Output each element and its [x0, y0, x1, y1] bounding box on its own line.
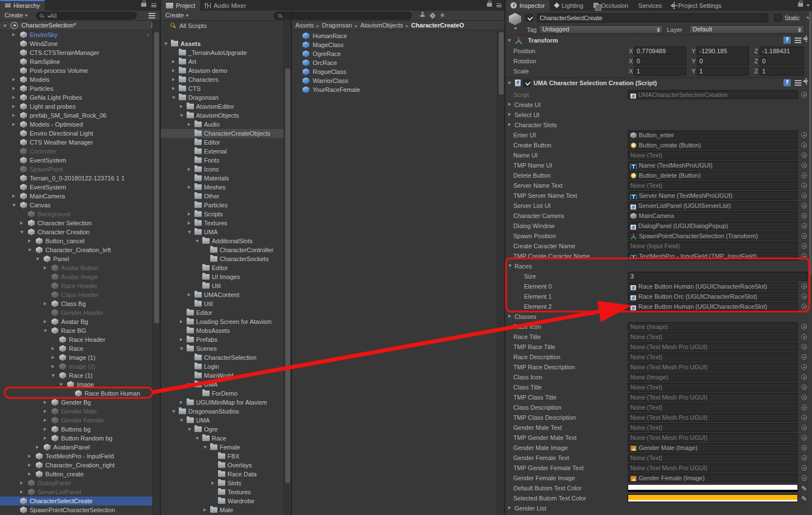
object-picker-icon[interactable]	[801, 152, 807, 158]
component-foldout-arrow[interactable]	[508, 82, 511, 85]
hierarchy-item[interactable]: Race (1)	[0, 371, 152, 380]
hierarchy-item[interactable]: Image (1)	[0, 353, 152, 362]
hierarchy-item[interactable]: Terrain_0_0-20180122-123716 1 1	[0, 174, 152, 183]
tab-inspector[interactable]: iInspector	[505, 0, 550, 11]
help-icon[interactable]: ?	[783, 36, 791, 44]
expand-arrow[interactable]	[188, 168, 191, 171]
expand-arrow[interactable]	[12, 204, 16, 207]
gameobject-icon[interactable]	[509, 13, 521, 25]
transform-value-field[interactable]: 0.7709489	[634, 47, 686, 55]
hierarchy-item[interactable]: Enviro Directional Light	[0, 129, 152, 138]
project-folder-item[interactable]: UMA	[161, 228, 284, 236]
project-folder-item[interactable]: Scenes	[161, 344, 284, 353]
expand-arrow[interactable]	[12, 194, 15, 198]
expand-arrow[interactable]	[36, 446, 39, 449]
project-folder-item[interactable]: Other	[161, 192, 284, 201]
expand-arrow[interactable]	[188, 185, 191, 189]
expand-arrow[interactable]	[188, 293, 191, 296]
object-picker-icon[interactable]	[801, 334, 807, 340]
object-picker-icon[interactable]	[801, 203, 807, 208]
expand-arrow[interactable]	[172, 87, 175, 90]
project-folder-item[interactable]: CTS	[161, 84, 284, 93]
hierarchy-item[interactable]: Panel	[0, 254, 152, 263]
transform-value-field[interactable]: 1	[697, 67, 749, 76]
project-folder-item[interactable]: Editor	[161, 263, 284, 272]
hierarchy-item[interactable]: Button_cancel	[0, 236, 152, 245]
foldout-arrow[interactable]	[508, 265, 512, 267]
expand-arrow[interactable]	[172, 69, 175, 72]
static-checkbox[interactable]	[774, 14, 782, 21]
file-list-scrollbar[interactable]	[497, 31, 504, 515]
hierarchy-item[interactable]: Image (2)	[0, 362, 152, 371]
project-folder-item[interactable]: AtavismObjects	[161, 111, 284, 120]
hierarchy-item[interactable]: Race BG	[0, 326, 152, 335]
hierarchy-item[interactable]: Character Selection	[0, 219, 152, 228]
object-picker-icon[interactable]	[801, 405, 807, 410]
object-picker-icon[interactable]	[801, 233, 807, 239]
expand-arrow[interactable]	[203, 446, 207, 449]
hierarchy-item[interactable]: Race	[0, 344, 152, 353]
prefab-chevron-icon[interactable]: ›	[147, 30, 149, 39]
hierarchy-item[interactable]: Character Creation	[0, 228, 152, 236]
expand-arrow[interactable]	[20, 490, 23, 494]
project-folder-item[interactable]: Characters	[161, 75, 284, 84]
hierarchy-item[interactable]: WindZone	[0, 39, 152, 48]
object-field[interactable]: None (Text)	[628, 151, 798, 160]
object-picker-icon[interactable]	[801, 173, 807, 178]
project-folder-item[interactable]: Race Data	[161, 470, 284, 479]
object-picker-icon[interactable]	[801, 294, 807, 299]
object-picker-icon[interactable]	[801, 384, 807, 390]
object-field[interactable]: None (Input Field)	[628, 242, 798, 250]
expand-arrow[interactable]	[28, 472, 31, 476]
expand-arrow[interactable]	[180, 105, 183, 108]
expand-arrow[interactable]	[44, 401, 47, 404]
breadcrumb-item[interactable]: CharacterCreateO	[411, 22, 464, 29]
transform-value-field[interactable]: 1	[634, 67, 686, 76]
project-folder-item[interactable]: ForDemo	[161, 389, 284, 398]
object-picker-icon[interactable]	[801, 92, 807, 98]
hierarchy-item[interactable]: Background	[0, 210, 152, 219]
scene-foldout-arrow[interactable]	[3, 25, 7, 27]
project-folder-item[interactable]: Female	[161, 443, 284, 452]
object-picker-icon[interactable]	[801, 475, 807, 481]
project-folder-item[interactable]: _TerrainAutoUpgrade	[161, 48, 284, 57]
tab-lighting[interactable]: Lighting	[550, 0, 588, 11]
expand-arrow[interactable]	[180, 320, 183, 323]
expand-arrow[interactable]	[172, 96, 175, 99]
script-component-header[interactable]: # UMA Character Selection Creation (Scri…	[505, 78, 812, 88]
project-folder-item[interactable]: UMAContent	[161, 290, 284, 299]
object-picker-icon[interactable]	[801, 132, 807, 138]
object-picker-icon[interactable]	[801, 395, 807, 400]
breadcrumb-item[interactable]: AtavismObjects	[360, 22, 403, 29]
object-field[interactable]: None (Text Mesh Pro UGUI)	[628, 342, 798, 351]
project-folder-item[interactable]: Materials	[161, 174, 284, 183]
project-folder-item[interactable]: CharacterSelection	[161, 353, 284, 362]
expand-arrow[interactable]	[20, 231, 24, 234]
hierarchy-item[interactable]: CTS.CTSTerrainManager	[0, 48, 152, 57]
expand-arrow[interactable]	[188, 428, 191, 431]
lock-icon[interactable]	[141, 3, 146, 7]
foldout-arrow[interactable]	[508, 506, 511, 509]
expand-arrow[interactable]	[188, 212, 191, 216]
hierarchy-item[interactable]: Character_Creation_right	[0, 461, 152, 470]
transform-value-field[interactable]: 0	[759, 57, 804, 66]
expand-arrow[interactable]	[12, 33, 15, 36]
project-folder-item[interactable]: Art	[161, 57, 284, 66]
expand-arrow[interactable]	[52, 347, 54, 350]
gameobject-name-field[interactable]: CharacterSelectCreate	[537, 13, 768, 22]
gear-icon[interactable]	[804, 37, 808, 40]
hierarchy-item[interactable]: ServerListPanel	[0, 488, 152, 497]
project-folder-item[interactable]: UI Images	[161, 272, 284, 281]
transform-value-field[interactable]: -1.188431	[759, 47, 804, 55]
expand-arrow[interactable]	[180, 419, 183, 422]
project-tree-scrollbar[interactable]	[284, 21, 291, 515]
object-field[interactable]: #Race Button Orc (UGUICharacterRaceSlot)	[628, 292, 798, 301]
hierarchy-item[interactable]: Gender Male	[0, 407, 152, 416]
hierarchy-item[interactable]: Class Bg	[0, 299, 152, 308]
object-field[interactable]: Button_delete (Button)	[628, 171, 798, 180]
expand-arrow[interactable]	[36, 258, 39, 261]
hierarchy-item[interactable]: Race Header	[0, 335, 152, 344]
project-folder-item[interactable]: Util	[161, 299, 284, 308]
project-folder-item[interactable]: CharacterSockets	[161, 254, 284, 263]
file-item[interactable]: OgreRace	[292, 49, 497, 58]
